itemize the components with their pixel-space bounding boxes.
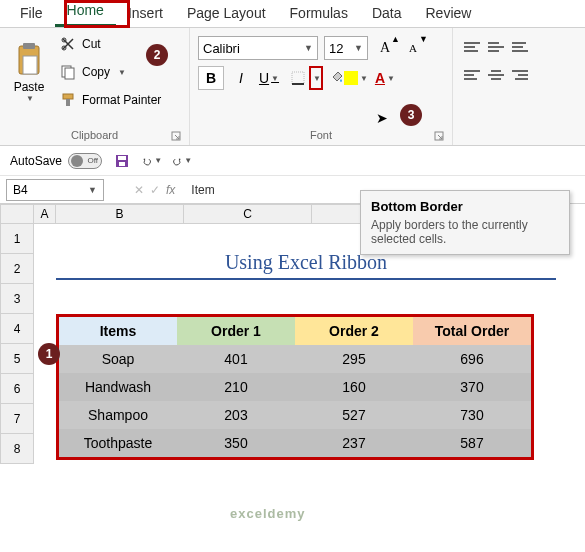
row-header[interactable]: 2 xyxy=(0,254,34,284)
select-all-corner[interactable] xyxy=(0,204,34,224)
align-left-button[interactable] xyxy=(461,64,483,86)
cell[interactable]: 295 xyxy=(295,345,413,373)
row-header[interactable]: 5 xyxy=(0,344,34,374)
chevron-down-icon: ▼ xyxy=(271,74,279,83)
scissors-icon xyxy=(60,36,76,52)
col-header-items[interactable]: Items xyxy=(59,317,177,345)
cell[interactable]: 696 xyxy=(413,345,531,373)
row-header[interactable]: 1 xyxy=(0,224,34,254)
chevron-down-icon: ▼ xyxy=(154,156,162,165)
cell[interactable]: Shampoo xyxy=(59,401,177,429)
tab-data[interactable]: Data xyxy=(360,1,414,27)
cell[interactable]: 237 xyxy=(295,429,413,457)
cell[interactable]: 730 xyxy=(413,401,531,429)
chevron-down-icon: ▼ xyxy=(387,74,395,83)
chevron-down-icon: ▼ xyxy=(184,156,192,165)
format-painter-button[interactable]: Format Painter xyxy=(56,88,165,112)
align-center-button[interactable] xyxy=(485,64,507,86)
tab-page-layout[interactable]: Page Layout xyxy=(175,1,278,27)
annotation-step-badge-2: 2 xyxy=(146,44,168,66)
group-alignment xyxy=(453,28,539,145)
dialog-launcher-icon[interactable] xyxy=(434,131,444,141)
row-header[interactable]: 8 xyxy=(0,434,34,464)
svg-rect-6 xyxy=(65,68,74,79)
col-header-order2[interactable]: Order 2 xyxy=(295,317,413,345)
annotation-step-badge-3: 3 xyxy=(400,104,422,126)
ribbon: Paste ▼ Cut Copy ▼ xyxy=(0,28,585,146)
cell[interactable]: Toothpaste xyxy=(59,429,177,457)
row-header[interactable]: 4 xyxy=(0,314,34,344)
dialog-launcher-icon[interactable] xyxy=(171,131,181,141)
font-color-button[interactable]: A ▼ xyxy=(374,66,396,90)
cell[interactable]: 587 xyxy=(413,429,531,457)
name-box[interactable]: B4 ▼ xyxy=(6,179,104,201)
font-size-value: 12 xyxy=(329,41,343,56)
format-painter-label: Format Painter xyxy=(82,93,161,107)
fill-color-button[interactable]: ▼ xyxy=(330,66,368,90)
align-top-button[interactable] xyxy=(461,36,483,58)
cell[interactable]: 401 xyxy=(177,345,295,373)
align-middle-button[interactable] xyxy=(485,36,507,58)
fx-icon[interactable]: fx xyxy=(166,183,175,197)
underline-button[interactable]: U▼ xyxy=(258,66,280,90)
increase-font-size-button[interactable]: A▲ xyxy=(374,36,396,60)
quick-access-toolbar: AutoSave Off ▼ ▼ xyxy=(0,146,585,176)
tab-formulas[interactable]: Formulas xyxy=(278,1,360,27)
col-header-b[interactable]: B xyxy=(56,204,184,224)
watermark: exceldemy xyxy=(230,506,306,521)
chevron-down-icon: ▼ xyxy=(26,94,34,103)
tab-review[interactable]: Review xyxy=(414,1,484,27)
col-header-c[interactable]: C xyxy=(184,204,312,224)
data-table: Items Order 1 Order 2 Total Order Soap 4… xyxy=(59,317,531,457)
tooltip-bottom-border: Bottom Border Apply borders to the curre… xyxy=(360,190,570,255)
redo-button[interactable]: ▼ xyxy=(172,151,192,171)
tab-file[interactable]: File xyxy=(8,1,55,27)
row-header[interactable]: 3 xyxy=(0,284,34,314)
cell[interactable]: Soap xyxy=(59,345,177,373)
paste-button[interactable]: Paste ▼ xyxy=(6,32,52,112)
col-header-order1[interactable]: Order 1 xyxy=(177,317,295,345)
group-font: Calibri ▼ 12 ▼ A▲ A▼ B I U▼ xyxy=(190,28,453,145)
autosave-label: AutoSave xyxy=(10,154,62,168)
font-size-combo[interactable]: 12 ▼ xyxy=(324,36,368,60)
decrease-font-size-button[interactable]: A▼ xyxy=(402,36,424,60)
row-header[interactable]: 6 xyxy=(0,374,34,404)
save-button[interactable] xyxy=(112,151,132,171)
align-right-button[interactable] xyxy=(509,64,531,86)
italic-button[interactable]: I xyxy=(230,66,252,90)
borders-dropdown-arrow[interactable]: ▼ xyxy=(309,66,323,90)
cell[interactable]: 370 xyxy=(413,373,531,401)
bold-button[interactable]: B xyxy=(198,66,224,90)
cancel-formula-icon[interactable]: ✕ xyxy=(134,183,144,197)
col-header-total[interactable]: Total Order xyxy=(413,317,531,345)
enter-formula-icon[interactable]: ✓ xyxy=(150,183,160,197)
cell[interactable]: 160 xyxy=(295,373,413,401)
autosave-toggle[interactable]: AutoSave Off xyxy=(10,153,102,169)
cell[interactable]: 203 xyxy=(177,401,295,429)
group-label-clipboard: Clipboard xyxy=(6,127,183,143)
toggle-switch-icon: Off xyxy=(68,153,102,169)
ribbon-tabs: File Home Insert Page Layout Formulas Da… xyxy=(0,0,585,28)
align-bottom-button[interactable] xyxy=(509,36,531,58)
cell[interactable]: Handwash xyxy=(59,373,177,401)
table-row: Handwash 210 160 370 xyxy=(59,373,531,401)
fill-color-swatch xyxy=(344,71,358,85)
chevron-down-icon: ▼ xyxy=(304,43,313,53)
tab-home[interactable]: Home xyxy=(55,0,116,27)
formula-value[interactable]: Item xyxy=(191,183,214,197)
copy-button[interactable]: Copy ▼ xyxy=(56,60,165,84)
chevron-down-icon: ▼ xyxy=(118,68,126,77)
col-header-a[interactable]: A xyxy=(34,204,56,224)
chevron-down-icon: ▼ xyxy=(313,74,321,83)
row-header[interactable]: 7 xyxy=(0,404,34,434)
borders-split-button[interactable]: ▼ xyxy=(286,66,324,90)
cell[interactable]: 350 xyxy=(177,429,295,457)
table-row: Soap 401 295 696 xyxy=(59,345,531,373)
font-name-combo[interactable]: Calibri ▼ xyxy=(198,36,318,60)
tab-insert[interactable]: Insert xyxy=(116,1,175,27)
undo-button[interactable]: ▼ xyxy=(142,151,162,171)
cell[interactable]: 210 xyxy=(177,373,295,401)
cell[interactable]: 527 xyxy=(295,401,413,429)
undo-icon xyxy=(142,153,152,169)
svg-rect-10 xyxy=(292,72,304,84)
